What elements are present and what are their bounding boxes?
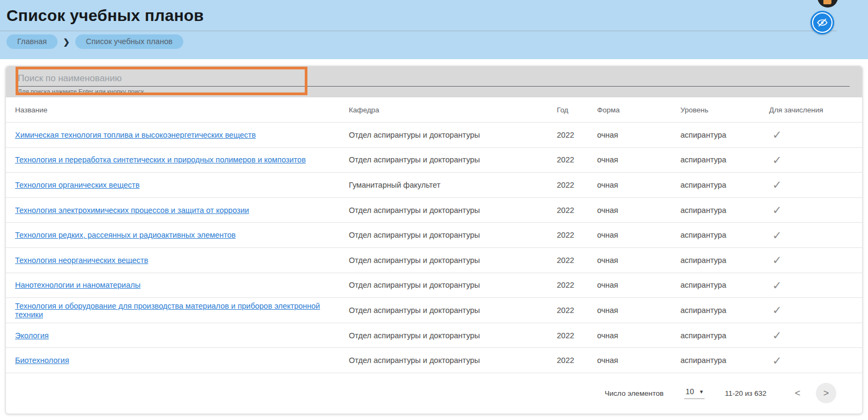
pagination-bar: Число элементов 10 ▾ 11-20 из 632 < >: [6, 373, 862, 414]
plan-name-link[interactable]: Технология органических веществ: [15, 181, 140, 189]
search-panel: Для поиска нажмите Enter или кнопку поис…: [6, 66, 862, 97]
form-cell: очная: [597, 231, 680, 239]
breadcrumb-home[interactable]: Главная: [6, 34, 58, 49]
table-row: Нанотехнологии и наноматериалы Отдел асп…: [6, 273, 862, 298]
form-cell: очная: [597, 306, 680, 315]
page-header: Список учебных планов Главная ❯ Список у…: [0, 0, 868, 59]
level-cell: аспирантура: [680, 281, 764, 289]
search-input[interactable]: [18, 71, 850, 87]
dropdown-arrow-icon: ▾: [700, 388, 703, 395]
year-cell: 2022: [557, 131, 597, 139]
year-cell: 2022: [557, 155, 597, 164]
column-header-form: Форма: [597, 106, 680, 114]
level-cell: аспирантура: [680, 181, 764, 189]
form-cell: очная: [597, 331, 680, 340]
year-cell: 2022: [557, 281, 597, 289]
plan-name-link[interactable]: Технология неорганических веществ: [15, 256, 148, 265]
page-size-value: 10: [686, 387, 694, 396]
year-cell: 2022: [557, 181, 597, 189]
accessibility-eye-button[interactable]: [810, 11, 834, 34]
level-cell: аспирантура: [680, 306, 764, 315]
year-cell: 2022: [557, 356, 597, 365]
next-page-button[interactable]: >: [816, 383, 836, 403]
form-cell: очная: [597, 155, 680, 164]
level-cell: аспирантура: [680, 331, 764, 340]
plan-name-link[interactable]: Нанотехнологии и наноматериалы: [15, 281, 140, 289]
enrollment-check-icon: ✓: [764, 279, 782, 291]
department-cell: Отдел аспирантуры и докторантуры: [349, 331, 557, 340]
chat-bubble-icon: [823, 0, 831, 4]
table-body: Химическая технология топлива и высокоэн…: [6, 123, 862, 373]
level-cell: аспирантура: [680, 131, 764, 139]
enrollment-check-icon: ✓: [764, 129, 782, 141]
eye-slash-icon: [816, 17, 828, 29]
table-row: Технология неорганических веществ Отдел …: [6, 248, 862, 273]
year-cell: 2022: [557, 331, 597, 340]
column-header-department: Кафедра: [349, 106, 557, 114]
department-cell: Отдел аспирантуры и докторантуры: [349, 131, 557, 139]
level-cell: аспирантура: [680, 155, 764, 164]
table-row: Экология Отдел аспирантуры и докторантур…: [6, 323, 862, 348]
column-header-name: Название: [6, 106, 349, 114]
form-cell: очная: [597, 256, 680, 265]
year-cell: 2022: [557, 231, 597, 239]
page-range-label: 11-20 из 632: [725, 389, 766, 397]
table-row: Технология и оборудование для производст…: [6, 298, 862, 323]
level-cell: аспирантура: [680, 231, 764, 239]
plan-name-link[interactable]: Химическая технология топлива и высокоэн…: [15, 131, 256, 139]
level-cell: аспирантура: [680, 206, 764, 215]
year-cell: 2022: [557, 256, 597, 265]
form-cell: очная: [597, 356, 680, 365]
form-cell: очная: [597, 131, 680, 139]
column-header-level: Уровень: [680, 106, 764, 114]
enrollment-check-icon: ✓: [764, 229, 782, 241]
department-cell: Отдел аспирантуры и докторантуры: [349, 356, 557, 365]
plan-name-link[interactable]: Технология и переработка синтетических и…: [15, 155, 306, 164]
enrollment-check-icon: ✓: [764, 204, 782, 216]
column-header-year: Год: [557, 106, 597, 114]
page-size-select[interactable]: 10 ▾: [684, 387, 705, 399]
plan-name-link[interactable]: Технология редких, рассеянных и радиоакт…: [15, 231, 236, 239]
previous-page-button[interactable]: <: [791, 388, 804, 399]
enrollment-check-icon: ✓: [764, 154, 782, 166]
department-cell: Отдел аспирантуры и докторантуры: [349, 306, 557, 315]
department-cell: Отдел аспирантуры и докторантуры: [349, 256, 557, 265]
plan-name-link[interactable]: Технология и оборудование для производст…: [15, 302, 320, 319]
enrollment-check-icon: ✓: [764, 179, 782, 191]
form-cell: очная: [597, 206, 680, 215]
breadcrumb: Главная ❯ Список учебных планов: [6, 34, 183, 49]
table-row: Химическая технология топлива и высокоэн…: [6, 123, 862, 148]
table-row: Технология органических веществ Гуманита…: [6, 173, 862, 198]
search-hint: Для поиска нажмите Enter или кнопку поис…: [18, 88, 144, 95]
breadcrumb-chevron-icon: ❯: [63, 37, 70, 47]
department-cell: Отдел аспирантуры и докторантуры: [349, 231, 557, 239]
enrollment-check-icon: ✓: [764, 304, 782, 316]
table-row: Технология редких, рассеянных и радиоакт…: [6, 223, 862, 248]
next-chevron-icon: >: [823, 388, 829, 399]
form-cell: очная: [597, 181, 680, 189]
table-row: Биотехнология Отдел аспирантуры и доктор…: [6, 348, 862, 373]
plan-name-link[interactable]: Экология: [15, 331, 49, 340]
enrollment-check-icon: ✓: [764, 254, 782, 266]
department-cell: Отдел аспирантуры и докторантуры: [349, 206, 557, 215]
study-plans-card: Для поиска нажмите Enter или кнопку поис…: [5, 66, 863, 414]
department-cell: Гуманитарный факультет: [349, 181, 557, 189]
table-row: Технология и переработка синтетических и…: [6, 148, 862, 173]
page-title: Список учебных планов: [6, 6, 204, 25]
breadcrumb-current[interactable]: Список учебных планов: [75, 34, 183, 49]
plan-name-link[interactable]: Технология электрохимических процессов и…: [15, 206, 249, 215]
plan-name-link[interactable]: Биотехнология: [15, 356, 69, 365]
enrollment-check-icon: ✓: [764, 329, 782, 341]
level-cell: аспирантура: [680, 256, 764, 265]
department-cell: Отдел аспирантуры и докторантуры: [349, 281, 557, 289]
year-cell: 2022: [557, 206, 597, 215]
department-cell: Отдел аспирантуры и докторантуры: [349, 155, 557, 164]
profile-widget[interactable]: [817, 0, 838, 8]
column-header-enrollment: Для зачисления: [764, 106, 862, 114]
table-header-row: Название Кафедра Год Форма Уровень Для з…: [6, 97, 862, 123]
enrollment-check-icon: ✓: [764, 354, 782, 367]
items-per-page-label: Число элементов: [605, 389, 664, 397]
title-divider: [0, 31, 837, 31]
form-cell: очная: [597, 281, 680, 289]
level-cell: аспирантура: [680, 356, 764, 365]
